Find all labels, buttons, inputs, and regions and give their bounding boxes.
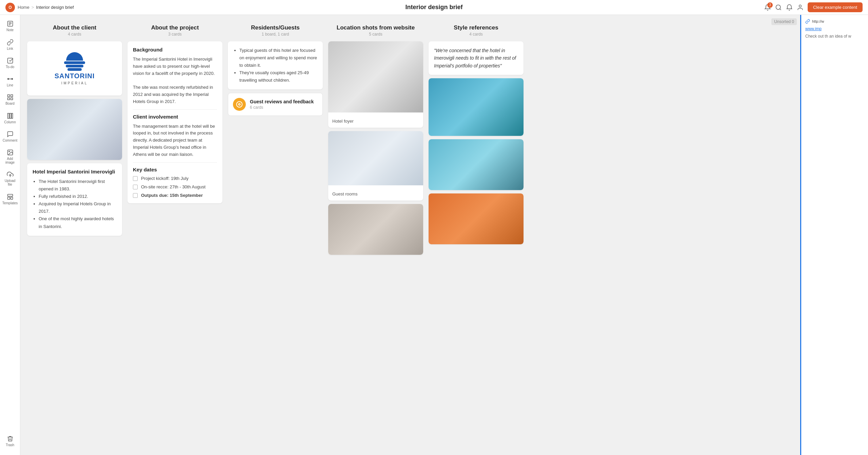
column-header-residents: Residents/Guests 1 board, 1 card [228, 22, 323, 38]
templates-icon [7, 193, 14, 200]
sidebar-item-add-image[interactable]: Add image [1, 146, 19, 167]
svg-rect-17 [12, 113, 13, 118]
card-guest-description[interactable]: Typical guests of this hotel are focused… [228, 41, 323, 89]
sidebar-add-image-label: Add image [3, 157, 18, 164]
guest-rooms-label-container: Guest rooms [328, 185, 423, 201]
column-title-about-client: About the client [27, 24, 122, 31]
sidebar-item-trash[interactable]: Trash [1, 432, 19, 450]
card-guest-rooms[interactable]: Guest rooms [328, 131, 423, 201]
card-style-photo-2[interactable] [429, 139, 524, 190]
sidebar-item-todo[interactable]: To-do [1, 55, 19, 71]
sidebar-item-line[interactable]: Line [1, 73, 19, 90]
column-subtitle-residents: 1 board, 1 card [228, 32, 323, 37]
svg-point-2 [799, 5, 802, 7]
svg-rect-12 [11, 95, 13, 97]
sidebar-trash-label: Trash [6, 443, 14, 447]
line-icon [7, 76, 14, 82]
svg-rect-21 [7, 194, 13, 196]
column-title-location: Location shots from website [328, 24, 423, 31]
user-icon[interactable] [797, 4, 804, 11]
column-header-about-client: About the client 4 cards [27, 22, 122, 38]
right-panel: http://w www.imp Check out th an idea of… [800, 15, 868, 455]
sidebar-item-board[interactable]: Board [1, 91, 19, 108]
hotel-foyer-label-container: Hotel foyer [328, 112, 423, 128]
column-about-project: About the project 3 cards Background The… [127, 22, 222, 255]
column-icon [7, 112, 14, 119]
logo-text-santorini: SANTORINI [55, 72, 95, 80]
card-hotel-title: Hotel Imperial Santorini Imerovigli [33, 169, 117, 174]
topnav: O Home > Interior design brief Interior … [0, 0, 868, 15]
card-hotel-info[interactable]: Hotel Imperial Santorini Imerovigli The … [27, 163, 122, 236]
column-style-references: Style references 4 cards "We're concerne… [429, 22, 524, 255]
sidebar-note-label: Note [6, 28, 14, 32]
card-interior-photo[interactable] [27, 99, 122, 160]
column-residents-guests: Residents/Guests 1 board, 1 card Typical… [228, 22, 323, 255]
linked-icon [233, 98, 246, 111]
column-subtitle-about-project: 3 cards [127, 32, 222, 37]
checklist-key-dates: Project kickoff: 19th July On-site recce… [133, 176, 217, 198]
svg-point-19 [8, 151, 9, 152]
checkbox-2[interactable] [133, 185, 138, 189]
card-santorini-logo[interactable]: SANTORINI IMPERIAL [27, 41, 122, 96]
guest-rooms-label: Guest rooms [332, 191, 419, 197]
sidebar-item-column[interactable]: Column [1, 109, 19, 126]
app-logo[interactable]: O [5, 3, 15, 12]
notifications-icon[interactable]: 3 [764, 4, 771, 11]
canvas[interactable]: Unsorted 0 About the client 4 cards [20, 15, 800, 455]
right-panel-link[interactable]: www.imp [805, 26, 864, 31]
section-title-background: Background [133, 47, 217, 53]
guest-bullet-1: Typical guests of this hotel are focused… [239, 47, 317, 69]
check-label-2: On-site recce: 27th - 30th August [141, 184, 205, 189]
upload-icon [7, 171, 14, 178]
card-style-quote[interactable]: "We're concerned that the hotel in Imero… [429, 41, 524, 75]
bullet-3: Acquired by Imperial Hotels Group in 201… [39, 200, 117, 215]
column-subtitle-location: 5 cards [328, 32, 423, 37]
section-title-client-involvement: Client involvement [133, 114, 217, 120]
svg-rect-11 [7, 95, 9, 97]
sidebar-link-label: Link [7, 47, 13, 50]
check-item-3[interactable]: Outputs due: 15th September [133, 193, 217, 198]
sidebar-item-note[interactable]: Note [1, 18, 19, 35]
bell-icon[interactable] [786, 4, 793, 11]
svg-rect-7 [7, 58, 13, 63]
svg-point-25 [239, 104, 240, 105]
svg-point-10 [12, 78, 13, 79]
column-title-about-project: About the project [127, 24, 222, 31]
search-icon[interactable] [775, 4, 782, 11]
check-item-2[interactable]: On-site recce: 27th - 30th August [133, 184, 217, 189]
hotel-bullets: The Hotel Santorini Imerovigli first ope… [33, 178, 117, 230]
card-restaurant[interactable] [328, 204, 423, 255]
card-hotel-foyer[interactable]: Hotel foyer [328, 41, 423, 128]
card-guest-reviews[interactable]: Guest reviews and feedback 6 cards [228, 93, 323, 116]
trash-icon [7, 435, 14, 442]
unsorted-badge: Unsorted 0 [771, 18, 797, 25]
breadcrumb-home[interactable]: Home [18, 5, 29, 10]
board-icon [7, 94, 14, 101]
sidebar-item-comment[interactable]: Comment [1, 128, 19, 145]
breadcrumb-sep: > [32, 5, 34, 10]
column-subtitle-style: 4 cards [429, 32, 524, 37]
card-style-photo-3[interactable] [429, 193, 524, 244]
sidebar-line-label: Line [7, 83, 13, 87]
column-title-residents: Residents/Guests [228, 24, 323, 31]
sidebar-upload-label: Upload file [3, 179, 18, 186]
card-project-details[interactable]: Background The Imperial Santorini Hotel … [127, 41, 222, 203]
checkbox-1[interactable] [133, 176, 138, 181]
columns-container: About the client 4 cards SANTORINI IMPER… [27, 22, 793, 255]
checkbox-3[interactable] [133, 193, 138, 198]
column-location-shots: Location shots from website 5 cards Hote… [328, 22, 423, 255]
sidebar-item-link[interactable]: Link [1, 36, 19, 53]
style-quote-text: "We're concerned that the hotel in Imero… [434, 47, 518, 69]
breadcrumb: Home > Interior design brief [18, 5, 74, 10]
sidebar-item-upload[interactable]: Upload file [1, 168, 19, 189]
card-style-photo-1[interactable] [429, 78, 524, 136]
bullet-4: One of the most highly awarded hotels in… [39, 215, 117, 230]
linked-info: Guest reviews and feedback 6 cards [250, 99, 314, 110]
svg-rect-16 [9, 113, 11, 118]
check-item-1[interactable]: Project kickoff: 19th July [133, 176, 217, 181]
section-text-background: The Imperial Santorini Hotel in Imerovig… [133, 56, 217, 105]
clear-example-button[interactable]: Clear example content [808, 2, 863, 12]
sidebar-item-templates[interactable]: Templates [1, 190, 19, 207]
logo-dome [66, 52, 83, 61]
column-header-location: Location shots from website 5 cards [328, 22, 423, 38]
